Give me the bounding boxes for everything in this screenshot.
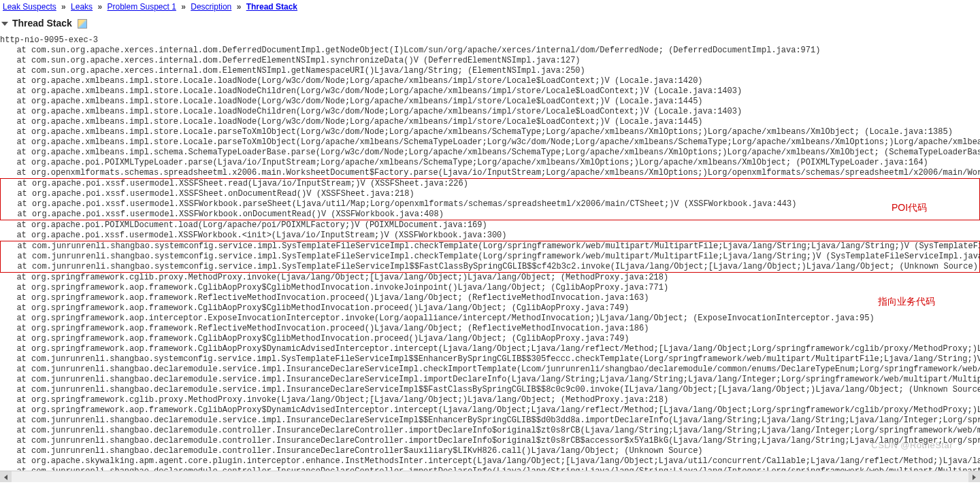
annotation-poi: POI代码 [892,202,927,214]
stack-frame: at com.junrunrenli.shangbao.declaremodul… [0,365,980,375]
stack-frame: at org.apache.poi.xssf.usermodel.XSSFShe… [1,179,979,189]
stack-frame: at org.apache.xmlbeans.impl.store.Locale… [0,107,980,117]
stack-frame: at com.junrunrenli.shangbao.systemconfig… [1,262,979,272]
stack-frame: at com.junrunrenli.shangbao.systemconfig… [1,241,979,252]
stack-frame: at org.springframework.aop.framework.Ref… [0,293,980,303]
breadcrumb-description[interactable]: Description [191,2,231,12]
stack-frame: at com.sun.org.apache.xerces.internal.do… [0,56,980,66]
stack-frame: at com.junrunrenli.shangbao.declaremodul… [0,446,980,456]
stack-frames-post: at org.springframework.cglib.proxy.Metho… [0,273,980,471]
thread-stack: http-nio-9095-exec-3 at com.sun.org.apac… [0,35,980,471]
thread-name: http-nio-9095-exec-3 [0,35,980,46]
breadcrumb-leak-suspects[interactable]: Leak Suspects [3,2,56,12]
stack-frame: at org.springframework.aop.framework.Cgl… [0,334,980,344]
horizontal-scrollbar[interactable] [0,471,980,482]
stack-frame: at com.junrunrenli.shangbao.systemconfig… [1,252,979,262]
breadcrumb-problem-suspect[interactable]: Problem Suspect 1 [108,2,176,12]
stack-frame: at org.apache.xmlbeans.impl.store.Locale… [0,76,980,86]
stack-frame: at org.openxmlformats.schemas.spreadshee… [0,168,980,178]
stack-frame: at org.apache.poi.xssf.usermodel.XSSFShe… [1,189,979,199]
stack-frame: at org.springframework.aop.framework.Cgl… [0,283,980,293]
stack-frame: at com.junrunrenli.shangbao.declaremodul… [0,436,980,446]
section-title: Thread Stack [0,14,980,35]
stack-frame: at org.apache.skywalking.apm.agent.core.… [0,456,980,467]
stack-frame: at org.springframework.cglib.proxy.Metho… [0,273,980,283]
stack-frame: at org.apache.xmlbeans.impl.store.Locale… [0,86,980,97]
stack-frames-pre: at com.sun.org.apache.xerces.internal.do… [0,46,980,178]
stack-scroll-area[interactable]: http-nio-9095-exec-3 at com.sun.org.apac… [0,35,980,471]
scroll-left-icon[interactable] [0,471,12,482]
stack-frame: at org.springframework.aop.framework.Ref… [0,324,980,334]
stack-frame: at org.springframework.aop.framework.Cgl… [0,344,980,354]
breadcrumb-sep: » [97,2,102,12]
breadcrumb-sep: » [237,2,242,12]
stack-frame: at org.apache.poi.xssf.usermodel.XSSFWor… [1,199,979,209]
stack-frames-business-box: at com.junrunrenli.shangbao.systemconfig… [0,241,980,273]
breadcrumb: Leak Suspects » Leaks » Problem Suspect … [0,0,980,14]
stack-frame: at org.springframework.cglib.proxy.Metho… [0,395,980,405]
stack-frame: at org.apache.poi.xssf.usermodel.XSSFWor… [1,209,979,220]
breadcrumb-thread-stack[interactable]: Thread Stack [246,2,297,12]
stack-frame: at org.apache.poi.POIXMLTypeLoader.parse… [0,158,980,168]
stack-frame: at com.junrunrenli.shangbao.declaremodul… [0,426,980,436]
annotation-business: 指向业务代码 [878,296,935,308]
stack-frame: at com.sun.org.apache.xerces.internal.do… [0,66,980,76]
stack-frame: at com.junrunrenli.shangbao.declaremodul… [0,375,980,385]
stack-frame: at com.junrunrenli.shangbao.declaremodul… [0,385,980,395]
stack-frame: at com.junrunrenli.shangbao.systemconfig… [0,354,980,365]
breadcrumb-sep: » [181,2,186,12]
breadcrumb-sep: » [61,2,66,12]
stack-frame: at org.apache.xmlbeans.impl.store.Locale… [0,127,980,137]
stack-frame: at org.springframework.aop.framework.Cgl… [0,303,980,314]
expand-arrow-icon[interactable] [1,22,8,26]
stack-frame: at org.apache.xmlbeans.impl.store.Locale… [0,137,980,148]
watermark: CSDN @RotheStar [871,440,953,450]
breadcrumb-leaks[interactable]: Leaks [71,2,93,12]
stack-frame: at org.apache.poi.xssf.usermodel.XSSFWor… [0,231,980,241]
section-title-text: Thread Stack [12,18,72,29]
stack-frame: at org.apache.xmlbeans.impl.store.Locale… [0,97,980,107]
stack-frame: at org.apache.xmlbeans.impl.schema.Schem… [0,148,980,158]
image-icon[interactable] [78,19,87,29]
stack-frame: at org.apache.xmlbeans.impl.store.Locale… [0,117,980,127]
scroll-right-icon[interactable] [968,471,980,482]
stack-frames-mid: at org.apache.poi.POIXMLDocument.load(Lo… [0,220,980,241]
stack-frame: at com.sun.org.apache.xerces.internal.do… [0,46,980,56]
stack-frame: at com.junrunrenli.shangbao.declaremodul… [0,416,980,426]
stack-frame: at org.springframework.aop.interceptor.E… [0,314,980,324]
stack-frame: at org.apache.poi.POIXMLDocument.load(Lo… [0,220,980,231]
stack-frame: at org.springframework.aop.framework.Cgl… [0,405,980,416]
stack-frames-poi-box: at org.apache.poi.xssf.usermodel.XSSFShe… [0,178,980,220]
